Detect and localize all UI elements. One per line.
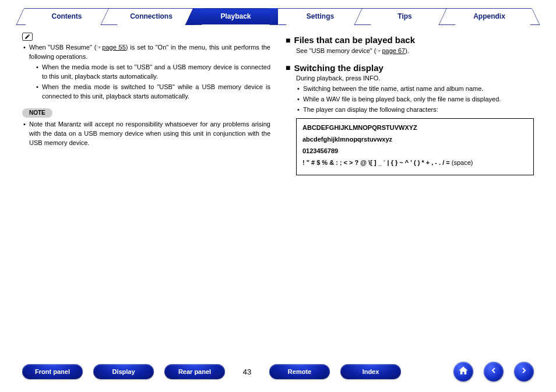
chars-symbols: ! " # $ % & : ; < > ? @ \[ ] _ ` | { } ~… (302, 158, 527, 168)
character-set-box: ABCDEFGHIJKLMNOPQRSTUVWXYZ abcdefghijklm… (296, 118, 534, 175)
pencil-icon (22, 33, 33, 41)
page-number: 43 (235, 368, 259, 376)
main-content: When "USB Resume" (☞page 55) is set to "… (0, 24, 556, 175)
text: ). (405, 47, 409, 54)
note-badge: NOTE (22, 108, 52, 118)
next-page-button[interactable] (514, 362, 534, 382)
display-button[interactable]: Display (93, 364, 154, 379)
hand-icon: ☞ (96, 44, 102, 51)
remote-button[interactable]: Remote (269, 364, 330, 379)
tab-playback[interactable]: Playback (193, 8, 278, 24)
heading-files-played-back: ■ Files that can be played back (286, 34, 534, 47)
chars-lower: abcdefghijklmnopqrstuvwxyz (302, 135, 527, 144)
sub-bullet: When the media mode is set to "USB" and … (35, 63, 270, 82)
symbols: ! " # $ % & : ; < > ? @ \[ ] _ ` | { } ~… (302, 159, 450, 166)
sub-bullet: When the media mode is switched to "USB"… (35, 83, 270, 101)
home-icon (458, 365, 469, 378)
list-item: Switching between the title name, artist… (296, 84, 534, 94)
space-label: (space) (450, 159, 473, 166)
front-panel-button[interactable]: Front panel (22, 364, 83, 379)
link-page-55[interactable]: page 55 (102, 44, 126, 51)
right-column: ■ Files that can be played back See "USB… (286, 33, 534, 175)
link-page-67[interactable]: page 67 (382, 47, 405, 54)
tab-tips[interactable]: Tips (363, 8, 447, 24)
bottom-bar: Front panel Display Rear panel 43 Remote… (0, 362, 556, 382)
prev-page-button[interactable] (484, 362, 504, 382)
chars-upper: ABCDEFGHIJKLMNOPQRSTUVWXYZ (302, 123, 527, 133)
arrow-right-icon (519, 366, 529, 377)
square-bullet-icon: ■ (286, 34, 290, 46)
left-column: When "USB Resume" (☞page 55) is set to "… (22, 33, 270, 175)
switching-sub: During playback, press INFO. Switching b… (286, 74, 534, 115)
tab-connections[interactable]: Connections (109, 8, 193, 24)
heading-switching-display: ■ Switching the display (286, 62, 534, 75)
square-bullet-icon: ■ (286, 62, 290, 73)
text: When "USB Resume" ( (29, 44, 96, 51)
heading-text: Files that can be played back (294, 34, 415, 47)
top-tabs: Contents Connections Playback Settings T… (0, 0, 556, 24)
list-item: The player can display the following cha… (296, 105, 534, 115)
text: See "USB memory device" ( (296, 47, 376, 54)
hand-icon: ☞ (376, 47, 382, 54)
text: During playback, press INFO. (296, 74, 534, 83)
tab-contents[interactable]: Contents (24, 8, 109, 24)
note-text: Note that Marantz will accept no respons… (22, 120, 270, 148)
index-button[interactable]: Index (340, 364, 401, 379)
rear-panel-button[interactable]: Rear panel (164, 364, 225, 379)
chars-digits: 0123456789 (302, 147, 527, 156)
tab-settings[interactable]: Settings (278, 8, 363, 24)
files-sub: See "USB memory device" (☞page 67). (286, 47, 534, 56)
list-item: While a WAV file is being played back, o… (296, 95, 534, 104)
arrow-left-icon (489, 366, 498, 377)
heading-text: Switching the display (294, 62, 383, 75)
home-button[interactable] (453, 362, 473, 382)
tab-appendix[interactable]: Appendix (447, 8, 532, 24)
usb-resume-bullet: When "USB Resume" (☞page 55) is set to "… (22, 43, 270, 101)
